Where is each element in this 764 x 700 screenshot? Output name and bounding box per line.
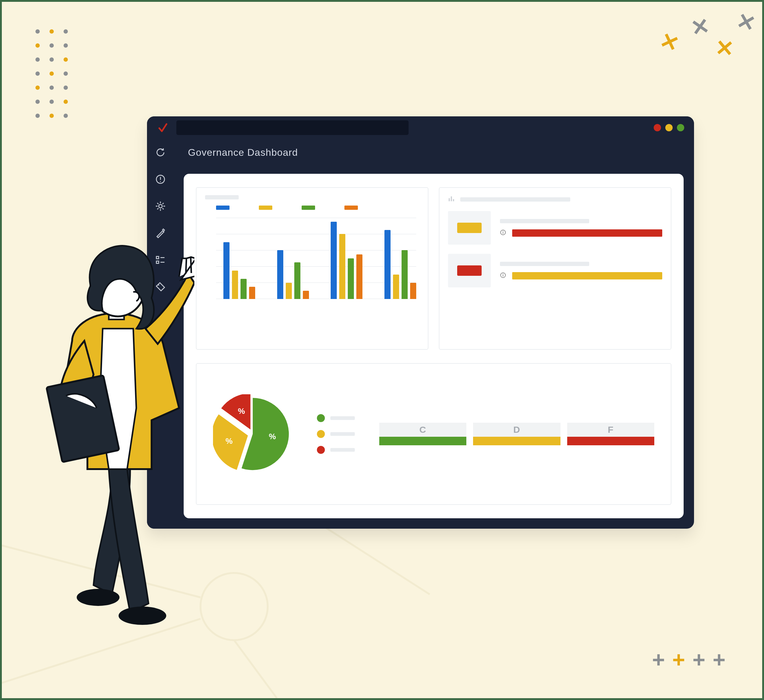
svg-rect-16 xyxy=(453,199,454,201)
svg-rect-26 xyxy=(109,301,124,319)
grade-blocks: CDF xyxy=(379,423,654,445)
legend-swatch-orange xyxy=(344,206,358,210)
svg-point-24 xyxy=(119,606,166,625)
pie-slice-label: % xyxy=(225,436,233,445)
svg-line-1 xyxy=(2,545,200,597)
bar xyxy=(249,287,255,299)
bar-chart-legend xyxy=(205,206,419,210)
bar xyxy=(286,283,292,299)
app-window: Governance Dashboard xyxy=(147,116,694,529)
svg-point-18 xyxy=(503,231,503,231)
grade-letter: F xyxy=(567,423,654,437)
status-row xyxy=(448,254,662,288)
grade-letter: C xyxy=(379,423,467,437)
address-bar[interactable] xyxy=(176,120,409,135)
page-title: Governance Dashboard xyxy=(147,139,694,166)
window-maximize-dot[interactable] xyxy=(677,124,684,131)
bar xyxy=(348,258,354,299)
bar xyxy=(402,250,408,299)
legend-label-placeholder xyxy=(330,416,355,420)
bar-group xyxy=(277,218,309,299)
svg-point-8 xyxy=(159,204,162,208)
status-bar xyxy=(512,230,662,237)
pie-legend-row xyxy=(317,446,355,454)
info-icon[interactable] xyxy=(500,230,507,237)
bar xyxy=(410,283,416,299)
status-bar xyxy=(512,272,662,280)
refresh-icon[interactable] xyxy=(154,146,167,159)
info-icon[interactable] xyxy=(500,272,507,280)
bar xyxy=(303,291,309,299)
decorative-pluses: ++++ xyxy=(652,647,725,672)
status-list-card xyxy=(439,187,672,350)
bar xyxy=(356,255,362,299)
svg-point-0 xyxy=(200,573,268,640)
pie-slice-label: % xyxy=(238,406,245,416)
svg-rect-14 xyxy=(449,198,450,201)
status-thumb xyxy=(448,211,491,245)
bar-group xyxy=(384,218,416,299)
content-area: %%% CDF xyxy=(184,174,684,518)
bar xyxy=(294,262,301,299)
bars-icon xyxy=(448,195,455,204)
bar xyxy=(223,242,230,299)
legend-dot xyxy=(317,446,325,454)
svg-rect-22 xyxy=(503,275,503,277)
legend-swatch-yellow xyxy=(259,206,272,210)
grade-block: C xyxy=(379,423,467,445)
svg-rect-15 xyxy=(451,196,452,201)
grade-letter: D xyxy=(473,423,560,437)
svg-rect-9 xyxy=(157,256,159,259)
window-minimize-dot[interactable] xyxy=(665,124,673,131)
legend-dot xyxy=(317,430,325,438)
app-logo xyxy=(157,122,169,134)
card-title-placeholder xyxy=(460,197,570,202)
status-label-placeholder xyxy=(500,262,589,266)
svg-point-21 xyxy=(503,273,503,274)
legend-swatch-green xyxy=(302,206,315,210)
status-thumb xyxy=(448,254,491,288)
legend-label-placeholder xyxy=(330,448,355,452)
status-chip xyxy=(457,266,482,276)
bar xyxy=(241,279,247,299)
legend-swatch-blue xyxy=(216,206,230,210)
svg-rect-25 xyxy=(47,375,119,462)
pie-slice-label: % xyxy=(269,432,276,441)
window-titlebar xyxy=(147,116,694,139)
bar-chart-card xyxy=(196,187,429,350)
bar xyxy=(393,275,399,299)
bar xyxy=(277,250,283,299)
window-controls xyxy=(654,124,684,131)
bar xyxy=(384,230,391,299)
pen-icon[interactable] xyxy=(154,226,167,240)
grade-bar xyxy=(473,437,560,445)
grade-block: D xyxy=(473,423,560,445)
legend-dot xyxy=(317,414,325,422)
svg-rect-10 xyxy=(157,261,159,264)
bar-group xyxy=(331,218,362,299)
window-close-dot[interactable] xyxy=(654,124,661,131)
svg-line-4 xyxy=(2,619,200,683)
pie-grade-card: %%% CDF xyxy=(196,363,672,505)
bar xyxy=(331,222,337,299)
pie-legend-row xyxy=(317,430,355,438)
svg-rect-19 xyxy=(503,232,503,234)
pie-legend-row xyxy=(317,414,355,422)
card-title-placeholder xyxy=(205,195,239,200)
bar-chart-bars xyxy=(223,218,416,299)
list-icon[interactable] xyxy=(154,253,167,267)
pie-legend xyxy=(317,414,355,454)
grade-bar xyxy=(379,437,467,445)
sidebar xyxy=(147,139,174,529)
alert-icon[interactable] xyxy=(154,173,167,186)
bar-group xyxy=(223,218,255,299)
grade-bar xyxy=(567,437,654,445)
svg-point-7 xyxy=(160,181,161,182)
gear-icon[interactable] xyxy=(154,200,167,213)
status-chip xyxy=(457,223,482,233)
tag-icon[interactable] xyxy=(154,280,167,294)
svg-point-23 xyxy=(77,589,119,606)
decorative-dots xyxy=(36,29,69,119)
grade-block: F xyxy=(567,423,654,445)
pie-chart: %%% xyxy=(213,394,293,474)
